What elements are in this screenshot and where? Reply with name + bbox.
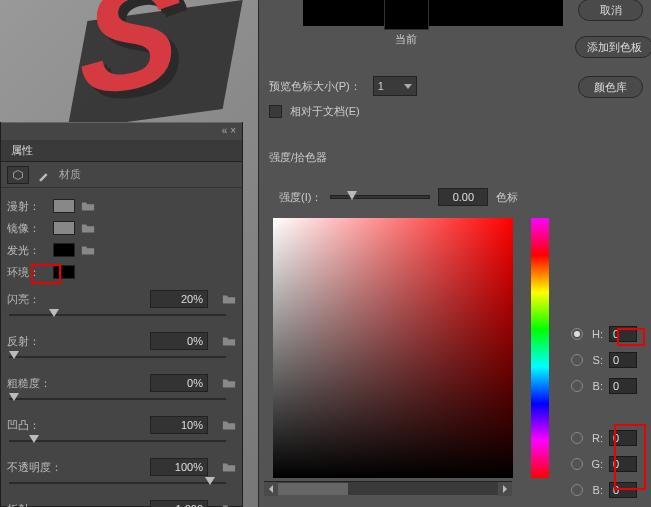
- slider-knob[interactable]: [49, 309, 59, 317]
- scroll-track[interactable]: [278, 482, 498, 496]
- slider-track[interactable]: [7, 436, 236, 450]
- cancel-button[interactable]: 取消: [578, 0, 643, 21]
- scroll-left-button[interactable]: [264, 482, 278, 496]
- label-b: B:: [589, 380, 603, 392]
- slider-track[interactable]: [7, 478, 236, 492]
- label-specular: 镜像：: [7, 221, 53, 236]
- scroll-thumb[interactable]: [278, 483, 348, 495]
- folder-icon[interactable]: [81, 200, 95, 212]
- slider-knob[interactable]: [29, 435, 39, 443]
- label-r8: R:: [589, 432, 603, 444]
- folder-icon[interactable]: [222, 461, 236, 473]
- slider-value-input[interactable]: 1.000: [150, 500, 208, 507]
- cube-icon: [12, 169, 24, 181]
- label-s: S:: [589, 354, 603, 366]
- slider-track[interactable]: [7, 310, 236, 324]
- slider-track[interactable]: [7, 352, 236, 366]
- slider-value-input[interactable]: 10%: [150, 416, 208, 434]
- slider-row-3: 凹凸：10%: [7, 416, 236, 434]
- slider-value-input[interactable]: 0%: [150, 332, 208, 350]
- highlight-h-input: [617, 328, 645, 346]
- panel-header: « ×: [1, 122, 242, 140]
- swatch-glow[interactable]: [53, 243, 75, 257]
- shape-s: S: [78, 0, 242, 119]
- highlight-ambient-swatch: [31, 264, 61, 284]
- radio-g8[interactable]: [571, 458, 583, 470]
- chevron-left-icon: [268, 485, 274, 493]
- label-b8: B:: [589, 484, 603, 496]
- intensity-label: 强度(I)：: [279, 190, 322, 205]
- hsb-b-row: B: 0: [571, 378, 637, 394]
- swatch-label-current: 当前: [395, 32, 417, 47]
- relative-to-doc-label: 相对于文档(E): [290, 104, 360, 119]
- slider-knob[interactable]: [9, 351, 19, 359]
- slider-value-input[interactable]: 100%: [150, 458, 208, 476]
- slider-label: 反射：: [7, 334, 59, 349]
- material-label: 材质: [59, 167, 81, 182]
- slider-label: 粗糙度：: [7, 376, 59, 391]
- folder-icon[interactable]: [222, 377, 236, 389]
- material-preset-button[interactable]: [7, 166, 29, 184]
- swatch-specular[interactable]: [53, 221, 75, 235]
- folder-icon[interactable]: [222, 335, 236, 347]
- folder-icon[interactable]: [222, 419, 236, 431]
- intensity-row: 强度(I)： 0.00 色标: [279, 188, 518, 206]
- intensity-slider[interactable]: [330, 195, 430, 199]
- swatch-diffuse[interactable]: [53, 199, 75, 213]
- label-glow: 发光：: [7, 243, 53, 258]
- input-s[interactable]: 0: [609, 352, 637, 368]
- highlight-rgb-inputs: [614, 424, 646, 490]
- saturation-value-field[interactable]: [273, 218, 513, 478]
- radio-b8[interactable]: [571, 484, 583, 496]
- row-diffuse: 漫射：: [7, 196, 236, 216]
- preview-size-select[interactable]: 1: [373, 76, 417, 96]
- brush-icon[interactable]: [37, 168, 51, 182]
- input-b[interactable]: 0: [609, 378, 637, 394]
- intensity-input[interactable]: 0.00: [438, 188, 488, 206]
- color-swatch-preview: [303, 0, 563, 26]
- chevron-right-icon: [502, 485, 508, 493]
- color-picker-dialog: 当前 取消 添加到色板 颜色库 32 位值 R: 0.0000 G: 0.000…: [258, 0, 651, 507]
- picker-title: 强度/拾色器: [269, 150, 327, 165]
- folder-icon[interactable]: [81, 244, 95, 256]
- folder-icon[interactable]: [81, 222, 95, 234]
- row-specular: 镜像：: [7, 218, 236, 238]
- slider-knob[interactable]: [9, 393, 19, 401]
- panel-collapse-close[interactable]: « ×: [222, 125, 236, 136]
- radio-r8[interactable]: [571, 432, 583, 444]
- radio-s[interactable]: [571, 354, 583, 366]
- color-library-button[interactable]: 颜色库: [578, 76, 643, 98]
- intensity-after-label: 色标: [496, 190, 518, 205]
- hue-slider[interactable]: [531, 218, 549, 478]
- row-glow: 发光：: [7, 240, 236, 260]
- preview-size-value: 1: [378, 80, 384, 92]
- label-diffuse: 漫射：: [7, 199, 53, 214]
- slider-label: 不透明度：: [7, 460, 59, 475]
- slider-knob[interactable]: [205, 477, 215, 485]
- panel-toolbar: 材质: [1, 162, 242, 188]
- slider-row-0: 闪亮：20%: [7, 290, 236, 308]
- properties-panel: « × 属性 材质 漫射： 镜像： 发光： 环境： 闪亮：20%反: [0, 122, 243, 507]
- radio-h[interactable]: [571, 328, 583, 340]
- slider-row-4: 不透明度：100%: [7, 458, 236, 476]
- folder-icon[interactable]: [222, 293, 236, 305]
- relative-to-doc-checkbox[interactable]: [269, 105, 282, 118]
- relative-to-doc-row: 相对于文档(E): [269, 104, 360, 119]
- hsb-s-row: S: 0: [571, 352, 637, 368]
- intensity-slider-knob[interactable]: [347, 191, 357, 200]
- radio-b[interactable]: [571, 380, 583, 392]
- slider-label: 凹凸：: [7, 418, 59, 433]
- panel-tab-properties[interactable]: 属性: [1, 140, 242, 162]
- preview-size-label: 预览色标大小(P)：: [269, 79, 361, 94]
- slider-value-input[interactable]: 20%: [150, 290, 208, 308]
- folder-icon[interactable]: [222, 503, 236, 507]
- scroll-right-button[interactable]: [498, 482, 512, 496]
- color-swatch-current[interactable]: [384, 0, 429, 30]
- picker-h-scrollbar[interactable]: [264, 481, 512, 495]
- slider-value-input[interactable]: 0%: [150, 374, 208, 392]
- slider-label: 折射：: [7, 502, 59, 508]
- add-to-swatches-button[interactable]: 添加到色板: [575, 36, 651, 58]
- preview-size-row: 预览色标大小(P)： 1: [269, 76, 417, 96]
- slider-track[interactable]: [7, 394, 236, 408]
- panel-tab-label: 属性: [1, 143, 43, 158]
